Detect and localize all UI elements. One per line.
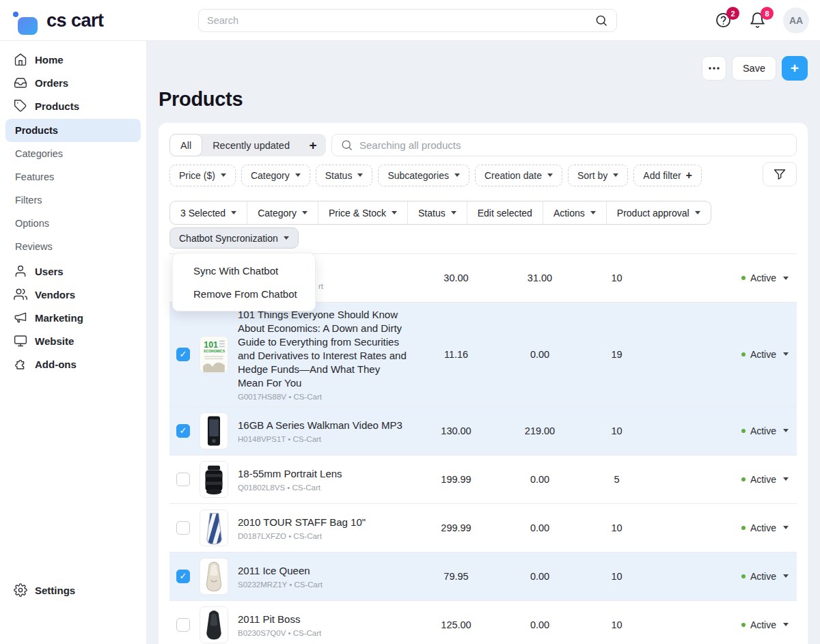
sidebar-item-marketing[interactable]: Marketing bbox=[0, 306, 146, 329]
svg-text:101: 101 bbox=[204, 340, 218, 350]
row-checkbox[interactable] bbox=[176, 521, 190, 535]
product-list-price[interactable]: 0.00 bbox=[495, 474, 584, 485]
status-label: Active bbox=[750, 571, 776, 582]
row-checkbox[interactable] bbox=[176, 570, 190, 583]
sidebar-item-orders[interactable]: Orders bbox=[0, 71, 146, 94]
menu-item-sync-with-chatbot[interactable]: Sync With Chatbot bbox=[173, 259, 315, 282]
row-checkbox[interactable] bbox=[176, 424, 190, 438]
product-list-price[interactable]: 0.00 bbox=[495, 349, 584, 360]
product-price[interactable]: 125.00 bbox=[417, 619, 495, 630]
product-price[interactable]: 199.99 bbox=[417, 474, 495, 485]
user-avatar[interactable]: AA bbox=[783, 8, 809, 33]
filter-chip[interactable]: Price ($) bbox=[169, 165, 236, 186]
sidebar-subitem-products[interactable]: Products bbox=[5, 119, 141, 142]
add-product-button[interactable]: + bbox=[782, 56, 808, 81]
bulk-action-label: Product approval bbox=[617, 208, 689, 219]
product-list-price[interactable]: 0.00 bbox=[495, 522, 584, 533]
chevron-down-icon bbox=[221, 173, 226, 177]
product-quantity[interactable]: 10 bbox=[584, 619, 649, 630]
sidebar-item-vendors[interactable]: Vendors bbox=[0, 283, 146, 306]
row-checkbox[interactable] bbox=[176, 618, 190, 632]
product-list-price[interactable]: 0.00 bbox=[495, 571, 584, 582]
product-quantity[interactable]: 10 bbox=[584, 425, 649, 436]
filter-chip[interactable]: Sort by bbox=[568, 165, 628, 186]
product-price[interactable]: 299.99 bbox=[417, 522, 495, 533]
filter-chip[interactable]: Creation date bbox=[475, 165, 562, 186]
sidebar-item-addons[interactable]: Add-ons bbox=[0, 352, 146, 376]
bulk-action-item[interactable]: 3 Selected bbox=[170, 201, 247, 224]
sidebar-subitem-options[interactable]: Options bbox=[5, 212, 141, 235]
filter-chip-label: Category bbox=[251, 170, 290, 181]
product-price[interactable]: 130.00 bbox=[417, 425, 495, 436]
status-dot-icon bbox=[741, 352, 746, 356]
bulk-action-label: Status bbox=[418, 208, 446, 219]
product-quantity[interactable]: 19 bbox=[584, 349, 649, 360]
help-button[interactable]: 2 bbox=[715, 12, 733, 29]
bulk-action-item[interactable]: Edit selected bbox=[467, 201, 543, 224]
product-price[interactable]: 11.16 bbox=[417, 349, 495, 360]
status-dropdown[interactable]: Active bbox=[711, 571, 797, 582]
save-button[interactable]: Save bbox=[732, 56, 776, 81]
sidebar-item-home[interactable]: Home bbox=[0, 48, 146, 71]
products-search[interactable] bbox=[331, 134, 797, 156]
status-dropdown[interactable]: Active bbox=[711, 425, 797, 436]
product-name[interactable]: 16GB A Series Walkman Video MP3 bbox=[238, 419, 407, 432]
status-dropdown[interactable]: Active bbox=[711, 272, 797, 283]
sidebar-subitem-filters[interactable]: Filters bbox=[5, 188, 141, 212]
sidebar-item-label: Settings bbox=[35, 585, 75, 596]
product-name[interactable]: 2011 Ice Queen bbox=[238, 564, 407, 578]
sidebar-item-website[interactable]: Website bbox=[0, 329, 146, 352]
status-dropdown[interactable]: Active bbox=[711, 474, 797, 485]
product-name[interactable]: 101 Things Everyone Should Know About Ec… bbox=[238, 308, 407, 390]
product-list-price[interactable]: 219.00 bbox=[495, 425, 584, 436]
bulk-action-item[interactable]: Category bbox=[247, 201, 318, 224]
status-dropdown[interactable]: Active bbox=[711, 349, 797, 360]
product-list-price[interactable]: 31.00 bbox=[495, 272, 584, 283]
tab-recently-updated[interactable]: Recently updated bbox=[202, 134, 300, 156]
product-quantity[interactable]: 10 bbox=[584, 272, 649, 283]
filter-chip[interactable]: Subcategories bbox=[378, 165, 469, 186]
row-checkbox[interactable] bbox=[176, 348, 190, 361]
product-quantity[interactable]: 5 bbox=[584, 474, 649, 485]
status-dropdown[interactable]: Active bbox=[711, 522, 797, 533]
chatbot-syncronization-button[interactable]: Chatbot Syncronization bbox=[169, 227, 299, 249]
status-label: Active bbox=[750, 474, 776, 485]
sidebar-subitem-categories[interactable]: Categories bbox=[5, 142, 141, 165]
filter-chip[interactable]: Add filter + bbox=[633, 165, 702, 186]
filter-chip[interactable]: Status bbox=[316, 165, 373, 186]
chevron-down-icon bbox=[451, 211, 456, 214]
sidebar-item-users[interactable]: Users bbox=[0, 260, 146, 283]
user-icon bbox=[14, 264, 27, 278]
menu-item-remove-from-chatbot[interactable]: Remove From Chatbot bbox=[173, 282, 315, 305]
global-search[interactable] bbox=[198, 9, 617, 32]
product-quantity[interactable]: 10 bbox=[584, 571, 649, 582]
more-actions-button[interactable] bbox=[702, 56, 726, 81]
cs-cart-logo[interactable]: cs cart bbox=[10, 5, 104, 36]
product-price[interactable]: 30.00 bbox=[417, 272, 495, 283]
bulk-action-item[interactable]: Actions bbox=[543, 201, 606, 224]
sidebar-subitem-reviews[interactable]: Reviews bbox=[5, 235, 141, 258]
add-tab-button[interactable]: + bbox=[300, 134, 326, 156]
product-price[interactable]: 79.95 bbox=[417, 571, 495, 582]
status-dropdown[interactable]: Active bbox=[711, 619, 797, 630]
sidebar-item-settings[interactable]: Settings bbox=[0, 578, 146, 602]
filter-chip[interactable]: Category bbox=[241, 165, 310, 186]
sidebar-subitem-features[interactable]: Features bbox=[5, 165, 141, 188]
advanced-filter-button[interactable] bbox=[763, 162, 797, 186]
product-quantity[interactable]: 10 bbox=[584, 522, 649, 533]
table-row: 101ECONOMICS 101 Things Everyone Should … bbox=[169, 303, 797, 407]
bulk-action-item[interactable]: Price & Stock bbox=[318, 201, 407, 224]
product-list-price[interactable]: 0.00 bbox=[495, 619, 584, 630]
global-search-input[interactable] bbox=[207, 15, 594, 26]
bulk-action-item[interactable]: Status bbox=[407, 201, 467, 224]
product-name[interactable]: 2011 Pit Boss bbox=[238, 613, 407, 626]
sidebar-item-products[interactable]: Products bbox=[0, 94, 146, 117]
products-search-input[interactable] bbox=[359, 139, 788, 151]
product-name[interactable]: 2010 TOUR STAFF Bag 10" bbox=[238, 516, 407, 529]
sidebar: Home Orders Products Products bbox=[0, 41, 147, 644]
row-checkbox[interactable] bbox=[176, 473, 190, 486]
tab-all[interactable]: All bbox=[169, 134, 202, 156]
notifications-button[interactable]: 8 bbox=[749, 12, 767, 29]
bulk-action-item[interactable]: Product approval bbox=[606, 201, 711, 224]
product-name[interactable]: 18-55mm Portrait Lens bbox=[238, 467, 407, 481]
